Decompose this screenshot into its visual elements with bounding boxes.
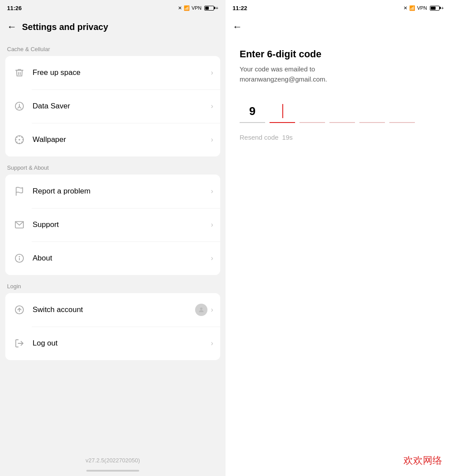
switch-account-item[interactable]: Switch account › [5,293,220,327]
code-subtitle: Your code was emailed tomoranwangzeng@gm… [240,64,437,84]
chevron-icon: › [211,306,213,314]
right-time: 11:22 [233,5,247,11]
wallpaper-right: › [211,136,213,144]
code-digit-5[interactable] [359,100,385,123]
code-digit-1[interactable]: 9 [240,100,265,123]
wallpaper-item[interactable]: Wallpaper › [5,123,220,156]
cache-card: Free up space › Data Saver › [5,56,220,156]
about-right: › [211,254,213,262]
right-status-bar: 11:22 ✕ 📶 VPN + [226,0,451,16]
left-header: ← Settings and privacy [0,16,226,38]
switch-account-label: Switch account [33,305,195,314]
switch-account-icon [12,303,26,317]
support-label: Support [33,220,211,229]
left-time: 11:26 [7,5,22,11]
battery-fill [205,7,209,10]
about-icon [12,251,26,265]
svg-line-10 [17,142,17,142]
support-icon [12,218,26,232]
report-problem-item[interactable]: Report a problem › [5,175,220,208]
charging-icon: + [441,5,444,11]
switch-account-right: › [195,304,213,316]
watermark: 欢欢网络 [403,454,442,467]
code-digit-2[interactable] [270,100,295,123]
log-out-icon [12,336,26,350]
signal-icon: ✕ [403,5,407,11]
right-header: ← [226,16,451,38]
charging-icon: + [216,5,218,11]
code-entry-section: Enter 6-digit code Your code was emailed… [226,38,451,476]
battery-icon [430,6,440,11]
code-inputs: 9 [240,100,437,123]
code-digit-4[interactable] [329,100,355,123]
resend-label[interactable]: Resend code [240,134,278,141]
resend-row: Resend code 19s [240,134,437,141]
about-label: About [33,254,211,263]
svg-point-19 [200,308,202,310]
svg-line-11 [22,137,22,138]
left-status-icons: ✕ 📶 VPN + [178,5,218,11]
signal-icon: ✕ [178,5,182,11]
section-label-cache: Cache & Cellular [0,38,226,56]
trash-icon [12,66,26,80]
data-saver-label: Data Saver [33,102,211,111]
support-right: › [211,221,213,229]
wallpaper-icon [12,133,26,147]
chevron-icon: › [211,254,213,262]
bottom-bar [86,470,139,472]
back-button[interactable]: ← [7,21,17,33]
resend-timer: 19s [282,134,292,141]
svg-line-9 [22,142,22,142]
wifi-icon: 📶 [184,5,190,11]
data-saver-item[interactable]: Data Saver › [5,89,220,123]
free-up-space-right: › [211,69,213,77]
code-digit-3[interactable] [299,100,325,123]
support-item[interactable]: Support › [5,208,220,242]
page-title: Settings and privacy [22,22,108,32]
back-button[interactable]: ← [233,21,242,33]
support-card: Report a problem › Support › [5,175,220,275]
chevron-icon: › [211,136,213,144]
report-problem-right: › [211,187,213,195]
free-up-space-item[interactable]: Free up space › [5,56,220,89]
login-card: Switch account › Log out [5,293,220,360]
user-avatar [195,304,207,316]
log-out-label: Log out [33,339,211,348]
svg-line-8 [17,137,17,138]
chevron-icon: › [211,187,213,195]
data-saver-icon [12,99,26,113]
vpn-label: VPN [192,5,202,11]
left-status-bar: 11:26 ✕ 📶 VPN + [0,0,226,16]
battery-fill [431,7,436,10]
section-label-login: Login [0,275,226,293]
chevron-icon: › [211,69,213,77]
report-problem-label: Report a problem [33,187,211,196]
flag-icon [12,184,26,198]
chevron-icon: › [211,339,213,347]
code-digit-6[interactable] [389,100,415,123]
digit-value: 9 [249,104,255,118]
wifi-icon: 📶 [409,5,415,11]
free-up-space-label: Free up space [33,68,211,77]
chevron-icon: › [211,102,213,110]
data-saver-right: › [211,102,213,110]
right-panel: 11:22 ✕ 📶 VPN + ← Enter 6-digit code You… [226,0,451,476]
battery-icon [204,6,214,11]
log-out-item[interactable]: Log out › [5,327,220,360]
about-item[interactable]: About › [5,242,220,275]
svg-point-3 [19,139,20,140]
vpn-label: VPN [417,5,427,11]
section-label-support: Support & About [0,156,226,175]
chevron-icon: › [211,221,213,229]
version-text: v27.2.5(2022702050) [0,448,226,467]
log-out-right: › [211,339,213,347]
wallpaper-label: Wallpaper [33,135,211,144]
left-panel: 11:26 ✕ 📶 VPN + ← Settings and privacy C… [0,0,226,476]
cursor [282,104,283,118]
right-status-icons: ✕ 📶 VPN + [403,5,444,11]
code-title: Enter 6-digit code [240,48,437,60]
